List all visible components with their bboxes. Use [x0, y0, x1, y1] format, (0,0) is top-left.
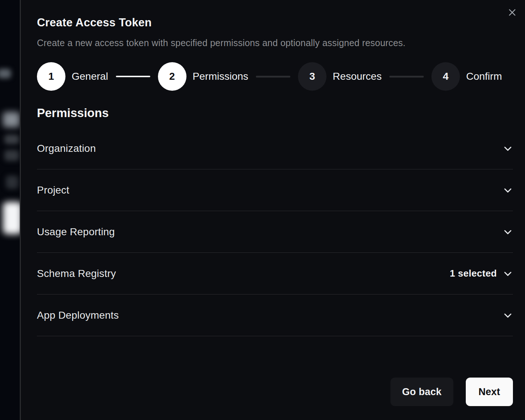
close-icon — [507, 8, 517, 18]
dialog-subtitle: Create a new access token with specified… — [37, 38, 513, 48]
accordion-label: Schema Registry — [37, 268, 116, 280]
go-back-button[interactable]: Go back — [390, 378, 453, 406]
accordion-row-right — [503, 185, 513, 195]
step-general[interactable]: 1 General — [37, 62, 108, 91]
step-number-badge: 3 — [298, 62, 326, 91]
background-page-sliver — [0, 0, 21, 420]
permissions-accordion-list: Organization Project Usage — [37, 128, 513, 336]
accordion-label: Usage Reporting — [37, 226, 115, 238]
accordion-schema-registry[interactable]: Schema Registry 1 selected — [37, 253, 513, 295]
accordion-row-right — [503, 143, 513, 154]
step-label: Resources — [333, 71, 382, 82]
background-blur-blob — [6, 176, 18, 189]
create-access-token-dialog: Create Access Token Create a new access … — [21, 0, 525, 420]
permissions-heading: Permissions — [37, 106, 513, 120]
stepper: 1 General 2 Permissions 3 Resources 4 Co… — [37, 62, 513, 91]
background-blur-blob — [3, 112, 20, 127]
step-number-badge: 1 — [37, 62, 65, 91]
accordion-label: Organization — [37, 143, 96, 154]
next-button[interactable]: Next — [466, 378, 513, 406]
step-number-badge: 2 — [158, 62, 186, 91]
screen: Create Access Token Create a new access … — [0, 0, 525, 420]
background-blur-blob — [4, 150, 19, 161]
background-blur-blob — [0, 69, 11, 78]
step-permissions[interactable]: 2 Permissions — [158, 62, 248, 91]
chevron-down-icon — [503, 310, 513, 320]
step-connector — [389, 76, 424, 78]
accordion-row-right — [503, 227, 513, 237]
chevron-down-icon — [503, 269, 513, 279]
step-connector — [116, 76, 150, 77]
step-confirm[interactable]: 4 Confirm — [431, 62, 502, 91]
accordion-row-right — [503, 310, 513, 320]
accordion-label: Project — [37, 184, 69, 196]
chevron-down-icon — [503, 143, 513, 154]
accordion-app-deployments[interactable]: App Deployments — [37, 295, 513, 336]
step-label: General — [72, 71, 108, 82]
step-number-badge: 4 — [431, 62, 460, 91]
chevron-down-icon — [503, 227, 513, 237]
dialog-footer: Go back Next — [37, 378, 513, 406]
selected-count-badge: 1 selected — [450, 268, 497, 279]
step-label: Permissions — [193, 71, 248, 82]
accordion-organization[interactable]: Organization — [37, 128, 513, 169]
step-connector — [256, 76, 290, 78]
dialog-title: Create Access Token — [37, 16, 513, 29]
accordion-project[interactable]: Project — [37, 169, 513, 211]
step-label: Confirm — [466, 71, 502, 82]
chevron-down-icon — [503, 185, 513, 195]
background-blur-blob — [3, 202, 21, 234]
accordion-row-right: 1 selected — [450, 268, 513, 279]
accordion-usage-reporting[interactable]: Usage Reporting — [37, 211, 513, 253]
step-resources[interactable]: 3 Resources — [298, 62, 382, 91]
background-blur-blob — [4, 135, 19, 144]
close-button[interactable] — [507, 7, 518, 18]
accordion-label: App Deployments — [37, 310, 119, 321]
